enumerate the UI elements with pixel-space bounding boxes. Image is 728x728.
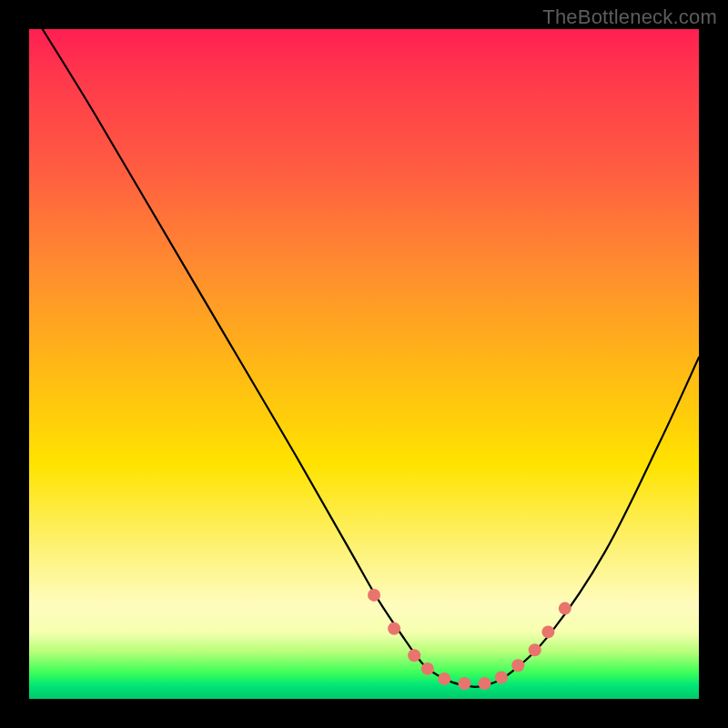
outer-frame: TheBottleneck.com	[0, 0, 728, 728]
highlight-dot	[529, 643, 541, 656]
highlight-dot	[421, 662, 434, 675]
chart-svg	[29, 29, 699, 699]
highlight-dot	[408, 649, 420, 662]
highlight-dots-group	[368, 589, 571, 690]
bottleneck-curve	[43, 29, 699, 687]
highlight-dot	[495, 671, 508, 683]
highlight-dot	[458, 677, 470, 690]
highlight-dot	[559, 602, 571, 615]
watermark-text: TheBottleneck.com	[542, 5, 717, 29]
highlight-dot	[388, 622, 400, 635]
highlight-dot	[438, 672, 450, 685]
highlight-dot	[479, 677, 491, 690]
highlight-dot	[541, 625, 554, 638]
highlight-dot	[511, 659, 524, 672]
highlight-dot	[368, 589, 380, 602]
plot-area	[29, 29, 699, 699]
